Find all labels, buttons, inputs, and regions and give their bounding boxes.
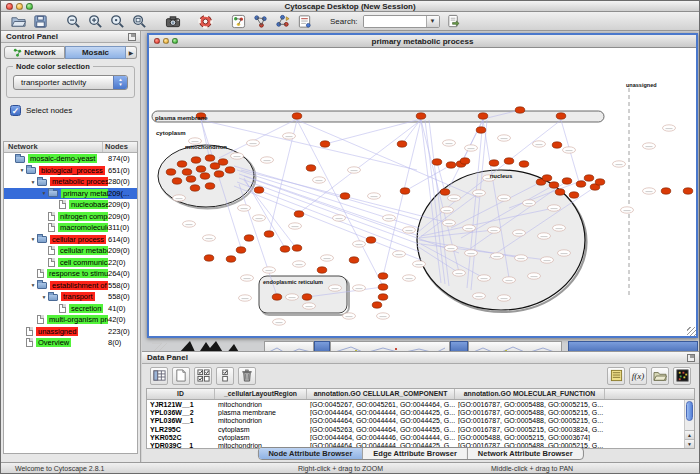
network-node[interactable] [177,161,187,167]
network-node[interactable] [182,169,192,175]
node-label[interactable] [393,251,406,257]
network-node[interactable] [226,256,236,262]
node-label[interactable] [403,227,416,233]
select-rows-button[interactable] [194,367,212,385]
network-node[interactable] [432,159,442,165]
network-node[interactable] [478,113,488,119]
network-node[interactable] [515,107,525,113]
tree-row[interactable]: macromolecule311(0) [4,222,137,234]
node-label[interactable] [443,140,456,146]
node-label[interactable] [348,167,361,173]
tree-header-nodes[interactable]: Nodes [103,142,137,152]
node-label[interactable] [465,250,478,256]
network-node[interactable] [302,294,312,300]
network-node[interactable] [519,161,529,167]
tree-row[interactable]: ▼biological_process651(0) [4,165,137,177]
node-label[interactable] [498,135,511,141]
node-label[interactable] [448,195,461,201]
zoom-fit-button[interactable] [131,13,148,30]
node-label[interactable] [445,245,458,251]
node-label[interactable] [238,205,251,211]
network-node[interactable] [294,211,304,217]
node-label[interactable] [283,133,296,139]
column-header[interactable]: _cellularLayoutRegion [215,389,307,399]
tree-header-network[interactable]: Network [4,142,103,152]
column-header[interactable]: ID [147,389,215,399]
search-input[interactable] [364,16,426,27]
attribute-list-button[interactable] [607,367,625,385]
network-node[interactable] [186,176,196,182]
tree-row[interactable]: ▼primary metabolic209(... [4,188,137,200]
network-node[interactable] [549,182,559,188]
select-nodes-checkbox[interactable]: ✓ [10,105,21,116]
table-row[interactable]: YPL036W__1mitochondrion[GO:0044464, GO:0… [147,417,694,425]
node-color-dropdown[interactable]: transporter activity ▲▼ [13,75,128,90]
tab-overflow-button[interactable]: ▶ [126,46,137,59]
node-label[interactable] [533,141,546,147]
node-label[interactable] [663,125,676,131]
tree-row[interactable]: ▼cellular process614(0) [4,234,137,246]
node-label[interactable] [333,215,346,221]
table-row[interactable]: YLR295Ccytoplasm[GO:0045263, GO:0044464,… [147,425,694,433]
node-label[interactable] [368,193,381,199]
tree-row[interactable]: nucleobase-c209(0) [4,199,137,211]
scroll-up-button[interactable]: ▲ [685,430,694,439]
network-node[interactable] [366,237,376,243]
network-node[interactable] [225,167,235,173]
node-label[interactable] [263,267,276,273]
node-label[interactable] [523,200,536,206]
scrollbar-thumb[interactable] [686,401,693,421]
network-node[interactable] [190,185,200,191]
tree-row[interactable]: cell communicat22(0) [4,257,137,269]
node-label[interactable] [183,221,196,227]
tab-network[interactable]: Network [4,46,65,59]
node-label[interactable] [239,295,252,301]
node-label[interactable] [491,253,504,259]
network-node[interactable] [306,165,316,171]
network-node[interactable] [440,189,450,195]
zoom-selected-button[interactable] [109,13,126,30]
network-canvas[interactable]: plasma membranecytoplasmmitochondrionnuc… [149,48,696,336]
import-network-button[interactable] [445,13,462,30]
network-node[interactable] [397,141,407,147]
network-node[interactable] [584,175,594,181]
save-button[interactable] [32,13,49,30]
node-label[interactable] [463,225,476,231]
network-node[interactable] [372,302,382,308]
node-label[interactable] [443,220,456,226]
node-label[interactable] [286,294,299,300]
resize-grip[interactable] [687,327,696,336]
expand-arrow-icon[interactable]: ▼ [40,190,48,196]
node-label[interactable] [613,161,626,167]
tree-row[interactable]: mosaic-demo-yeast874(0) [4,153,137,165]
node-label[interactable] [247,140,260,146]
network-node[interactable] [264,231,274,237]
network-node[interactable] [552,142,562,148]
network-node[interactable] [378,284,388,290]
search-dropdown-button[interactable]: ▼ [426,16,439,27]
network-node[interactable] [218,159,228,165]
new-attribute-button[interactable] [172,367,190,385]
tree-row[interactable]: multi-organism pro42(0) [4,314,137,326]
node-label[interactable] [203,235,216,241]
network-node[interactable] [661,188,671,194]
node-label[interactable] [441,207,454,213]
table-row[interactable]: YJR121W__1mitochondrion[GO:0045267, GO:0… [147,400,694,408]
node-label[interactable] [329,285,342,291]
network-node[interactable] [280,246,290,252]
network-node[interactable] [542,175,552,181]
select-attributes-button[interactable] [150,367,168,385]
layout-button[interactable] [252,13,269,30]
node-label[interactable] [353,241,366,247]
node-label[interactable] [413,261,426,267]
expand-arrow-icon[interactable]: ▼ [29,179,37,185]
tree-row[interactable]: response to stimulu264(0) [4,268,137,280]
network-node[interactable] [504,158,514,164]
delete-attribute-button[interactable] [238,367,256,385]
node-label[interactable] [643,188,656,194]
node-label[interactable] [558,250,571,256]
function-builder-button[interactable]: f(x) [629,367,647,385]
table-row[interactable]: YPL036W__2plasma membrane[GO:0044464, GO… [147,408,694,416]
network-node[interactable] [400,188,410,194]
node-label[interactable] [541,257,554,263]
